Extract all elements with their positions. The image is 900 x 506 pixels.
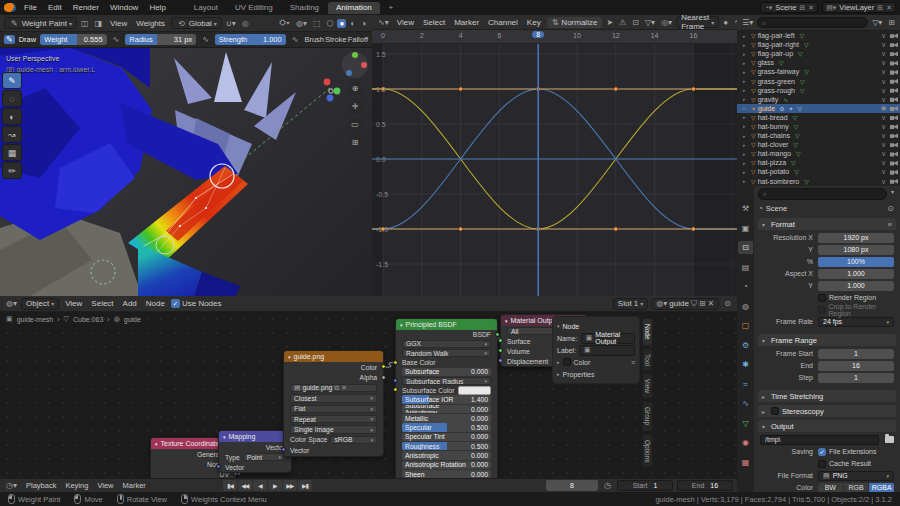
disclosure-triangle-icon[interactable]: ▸: [743, 78, 749, 84]
frame-ruler-2[interactable]: 2: [420, 32, 424, 39]
new-material-icon[interactable]: ⊞: [699, 299, 706, 308]
node-label-field[interactable]: ▣: [579, 345, 635, 356]
graph-menu-key[interactable]: Key: [523, 17, 545, 28]
properties-tab-scene[interactable]: ◔: [738, 280, 753, 293]
camera-render-toggle-icon[interactable]: [890, 51, 898, 57]
outliner-item-grass-rough[interactable]: ▸▽grass-rough▽v: [737, 86, 900, 95]
node-editor-type-icon[interactable]: ◍▾: [4, 299, 19, 308]
node-slider[interactable]: Subsurface0.000: [402, 368, 491, 377]
camera-render-toggle-icon[interactable]: [890, 151, 898, 157]
topbar-menu-edit[interactable]: Edit: [43, 2, 67, 13]
camera-view-icon[interactable]: ▭: [348, 117, 363, 132]
socket-color[interactable]: [381, 364, 386, 369]
keyframe-point[interactable]: [614, 87, 618, 91]
node-header[interactable]: ▾Principled BSDF: [396, 319, 497, 330]
node-dropdown[interactable]: Repeat▾: [290, 415, 377, 424]
node-image_texture[interactable]: ▾guide.pngColorAlpha▤guide.png⧉✕Closest▾…: [283, 350, 384, 457]
properties-search-input[interactable]: ⌕: [758, 188, 887, 200]
value-field[interactable]: 100%: [818, 257, 894, 267]
outliner-item-hat-bunny[interactable]: ▸▽hat-bunny▽v: [737, 122, 900, 131]
eye-closed-icon[interactable]: v: [879, 132, 888, 139]
move-view-icon[interactable]: ✛: [348, 99, 363, 114]
use-preview-range-icon[interactable]: ◷: [602, 481, 613, 490]
node-slider[interactable]: Anisotropic Rotation0.000: [402, 461, 491, 470]
orientation-selector[interactable]: ⟲ Global ▾: [171, 17, 222, 29]
color-swatch[interactable]: [458, 386, 491, 395]
workspace-tab-shading[interactable]: Shading: [282, 2, 327, 14]
segment-rgba[interactable]: RGBA: [869, 483, 894, 493]
node-menu-select[interactable]: Select: [87, 298, 117, 309]
timeline-menu-view[interactable]: View: [93, 481, 117, 490]
frame-ruler-16[interactable]: 16: [689, 32, 697, 39]
normalize-toggle[interactable]: ⇅ Normalize: [547, 17, 603, 28]
npanel-section-title[interactable]: Node: [563, 323, 580, 330]
active-brush-icon[interactable]: ✎: [4, 35, 15, 44]
node-slider[interactable]: Metallic0.000: [402, 414, 491, 423]
snap-magnet-icon[interactable]: ∪▾: [224, 19, 238, 28]
section-header[interactable]: ▸Stereoscopy: [758, 405, 896, 417]
eye-closed-icon[interactable]: v: [879, 68, 888, 75]
node-menu-view[interactable]: View: [61, 298, 86, 309]
node-menu-add[interactable]: Add: [119, 298, 141, 309]
socket-surface[interactable]: [498, 338, 503, 343]
outliner-options-icon[interactable]: ⊞: [886, 18, 897, 27]
camera-render-toggle-icon[interactable]: [890, 87, 898, 93]
properties-filter-icon[interactable]: ▾: [889, 188, 896, 200]
eye-closed-icon[interactable]: v: [879, 168, 888, 175]
playhead-snap-icon[interactable]: ➤: [604, 18, 615, 27]
value-field[interactable]: 1.000: [818, 281, 894, 291]
properties-tab-world[interactable]: ◍: [738, 300, 753, 313]
node-slider[interactable]: Subsurface Anisotropy0.000: [402, 405, 491, 414]
section-header[interactable]: ▸Time Stretching: [758, 390, 896, 402]
collapse-chevron-icon[interactable]: ▾: [400, 322, 403, 328]
eye-open-icon[interactable]: ◉: [879, 104, 888, 112]
disclosure-triangle-icon[interactable]: ▸: [743, 123, 749, 129]
properties-tab-output[interactable]: ⊡: [738, 241, 753, 254]
disclosure-triangle-icon[interactable]: ▸: [743, 105, 749, 111]
smear-brush-icon[interactable]: ↝: [2, 126, 22, 143]
blender-logo-icon[interactable]: [4, 3, 16, 12]
camera-render-toggle-icon[interactable]: [890, 142, 898, 148]
topbar-menu-help[interactable]: Help: [144, 2, 170, 13]
proportional-edit-falloff-icon[interactable]: ◎▾: [659, 18, 674, 27]
paint-mask-toggle-icon[interactable]: ◫: [79, 19, 91, 28]
collapse-chevron-icon[interactable]: ▾: [288, 354, 291, 360]
node-dropdown[interactable]: Closest▾: [290, 394, 377, 403]
breadcrumb-cube-063[interactable]: Cube.063: [73, 316, 103, 323]
eye-closed-icon[interactable]: v: [879, 178, 888, 185]
play-reverse-button[interactable]: ◀: [253, 480, 267, 491]
outliner-item-hat-mango[interactable]: ▸▽hat-mango▽v: [737, 149, 900, 158]
value-field[interactable]: 1920 px: [818, 233, 894, 243]
node-dropdown[interactable]: sRGB▾: [330, 436, 377, 445]
timeline-menu-marker[interactable]: Marker: [119, 481, 150, 490]
eye-closed-icon[interactable]: v: [879, 96, 888, 103]
camera-render-toggle-icon[interactable]: [890, 178, 898, 184]
disclosure-triangle-icon[interactable]: ▸: [743, 114, 749, 120]
properties-tab-object-data[interactable]: ▽: [738, 417, 753, 430]
camera-render-toggle-icon[interactable]: [890, 124, 898, 130]
npanel-tab-options[interactable]: Options: [642, 434, 653, 468]
camera-render-toggle-icon[interactable]: [890, 115, 898, 121]
npanel-color-label[interactable]: Color: [574, 359, 591, 366]
node-color-checkbox[interactable]: [563, 358, 571, 366]
socket-vector[interactable]: [281, 447, 286, 452]
value-field[interactable]: 1.000: [818, 269, 894, 279]
eye-closed-icon[interactable]: v: [879, 114, 888, 121]
pin-icon[interactable]: ⊙: [722, 299, 733, 308]
snap-mode-selector[interactable]: Nearest Frame▾: [676, 16, 719, 28]
filter-icon[interactable]: ▽▾: [643, 18, 657, 27]
graph-frame-ruler[interactable]: 0246810121416: [372, 30, 737, 44]
close-icon[interactable]: ✕: [341, 384, 347, 392]
node-slider[interactable]: Subsurface IOR1.400: [402, 395, 491, 404]
fake-user-icon[interactable]: ⛉: [691, 299, 697, 309]
eye-closed-icon[interactable]: v: [879, 150, 888, 157]
current-frame-field[interactable]: 8: [546, 480, 598, 491]
checkbox[interactable]: [818, 460, 826, 468]
graph-menu-marker[interactable]: Marker: [450, 17, 483, 28]
new-viewlayer-icon[interactable]: ⊞: [877, 4, 883, 12]
frame-ruler-0[interactable]: 0: [381, 32, 385, 39]
value-field[interactable]: 1080 px: [818, 245, 894, 255]
blur-brush-icon[interactable]: ◌: [2, 90, 22, 107]
shading-rendered-icon[interactable]: ◑: [359, 19, 368, 28]
presets-icon[interactable]: ≡: [631, 359, 635, 366]
